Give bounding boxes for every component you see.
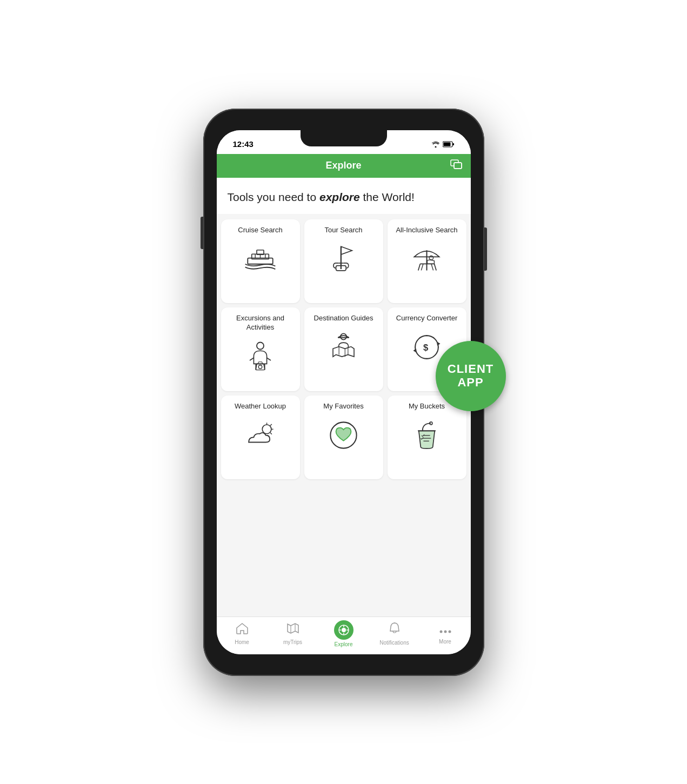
tab-bar: Home myTrips xyxy=(217,617,471,654)
buckets-icon xyxy=(408,417,446,454)
svg-point-57 xyxy=(448,631,451,633)
tab-more-label: More xyxy=(439,639,451,645)
hero-after: the World! xyxy=(360,191,415,203)
tab-explore-label: Explore xyxy=(335,641,353,647)
screen: 12:43 Ex xyxy=(217,130,471,654)
svg-point-22 xyxy=(257,343,264,350)
hero-before: Tools you need to xyxy=(228,191,319,203)
destination-guides-icon xyxy=(325,329,363,366)
svg-point-27 xyxy=(341,334,346,340)
svg-line-17 xyxy=(418,264,421,271)
grid-item-destination-guides[interactable]: Destination Guides xyxy=(304,307,383,391)
notch xyxy=(301,130,387,146)
grid-item-my-buckets[interactable]: My Buckets xyxy=(388,396,466,479)
grid-item-excursions[interactable]: Excursions and Activities xyxy=(221,307,300,391)
grid-item-label: Destination Guides xyxy=(314,314,373,323)
badge-line2: APP xyxy=(457,376,483,389)
grid-item-label: Weather Lookup xyxy=(235,402,286,411)
all-inclusive-icon xyxy=(408,240,446,278)
svg-point-49 xyxy=(342,628,346,632)
grid-item-my-favorites[interactable]: My Favorites xyxy=(304,396,383,479)
badge-line1: CLIENT xyxy=(448,363,493,376)
chat-icon[interactable] xyxy=(450,159,462,172)
svg-line-20 xyxy=(431,264,433,271)
grid-item-label: My Buckets xyxy=(409,402,445,411)
client-app-badge: CLIENT APP xyxy=(436,341,506,411)
svg-point-56 xyxy=(444,631,446,633)
svg-point-26 xyxy=(258,365,262,369)
grid-item-label: All-Inclusive Search xyxy=(396,226,457,235)
hero-italic: explore xyxy=(319,191,360,203)
tour-icon xyxy=(325,240,363,278)
favorites-icon xyxy=(325,417,363,454)
tab-home-label: Home xyxy=(235,639,249,645)
tab-notifications-label: Notifications xyxy=(379,640,409,646)
grid: Cruise Search xyxy=(217,214,471,485)
wifi-icon xyxy=(431,141,440,148)
grid-item-label: Excursions and Activities xyxy=(225,314,296,332)
main-content: Tools you need to explore the World! Cru… xyxy=(217,178,471,617)
svg-line-39 xyxy=(270,433,272,434)
home-icon xyxy=(236,622,249,638)
scene: 12:43 Ex xyxy=(0,0,687,784)
nav-bar: Explore xyxy=(217,154,471,178)
tab-home[interactable]: Home xyxy=(217,622,268,645)
svg-text:$: $ xyxy=(423,343,429,353)
svg-line-19 xyxy=(421,264,423,271)
excursions-icon xyxy=(242,338,279,376)
cruise-icon xyxy=(242,240,279,278)
svg-rect-4 xyxy=(454,163,462,169)
tab-mytrips[interactable]: myTrips xyxy=(268,622,318,645)
svg-rect-1 xyxy=(452,143,454,145)
battery-icon xyxy=(443,141,455,148)
grid-item-label: My Favorites xyxy=(323,402,363,411)
svg-point-55 xyxy=(439,631,442,633)
grid-item-weather-lookup[interactable]: Weather Lookup xyxy=(221,396,300,479)
map-icon xyxy=(286,622,299,638)
svg-point-35 xyxy=(262,425,271,434)
grid-item-label: Cruise Search xyxy=(238,226,282,235)
grid-item-label: Currency Converter xyxy=(396,314,457,323)
svg-line-18 xyxy=(434,264,436,271)
tab-explore[interactable]: Explore xyxy=(318,620,369,647)
svg-rect-2 xyxy=(443,142,450,146)
tab-mytrips-label: myTrips xyxy=(283,639,302,645)
bell-icon xyxy=(389,622,401,638)
svg-line-37 xyxy=(270,424,272,426)
status-time: 12:43 xyxy=(233,139,254,149)
grid-item-label: Tour Search xyxy=(324,226,362,235)
weather-icon xyxy=(242,417,279,454)
grid-item-tour-search[interactable]: Tour Search xyxy=(304,219,383,303)
tab-notifications[interactable]: Notifications xyxy=(369,622,420,646)
more-dots-icon xyxy=(439,623,452,637)
tab-more[interactable]: More xyxy=(420,623,471,645)
hero-text: Tools you need to explore the World! xyxy=(217,178,471,214)
status-icons xyxy=(431,141,455,148)
explore-active-dot xyxy=(334,620,353,640)
grid-item-cruise-search[interactable]: Cruise Search xyxy=(221,219,300,303)
phone-shell: 12:43 Ex xyxy=(203,109,484,676)
nav-title: Explore xyxy=(325,160,361,171)
grid-item-all-inclusive[interactable]: All-Inclusive Search xyxy=(388,219,466,303)
